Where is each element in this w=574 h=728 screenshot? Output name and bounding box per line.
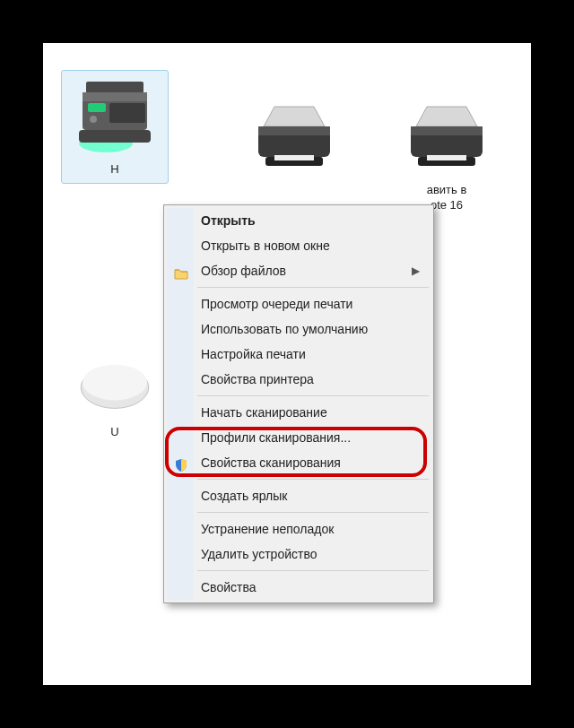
menu-scan-profiles[interactable]: Профили сканирования...: [167, 425, 430, 450]
mfp-printer-icon: [70, 76, 160, 157]
svg-point-19: [83, 365, 147, 401]
svg-marker-8: [264, 107, 325, 126]
menu-label: Открыть: [201, 213, 256, 228]
menu-label: Использовать по умолчанию: [201, 322, 368, 336]
svg-rect-7: [79, 130, 151, 143]
menu-print-settings[interactable]: Настройка печати: [167, 342, 430, 367]
menu-label: Профили сканирования...: [201, 430, 351, 445]
menu-separator: [197, 570, 429, 571]
device-printer-2[interactable]: [240, 97, 348, 183]
label-line: ote 16: [430, 198, 463, 212]
menu-browse-files[interactable]: Обзор файлов ▶: [167, 258, 430, 283]
menu-label: Свойства сканирования: [201, 455, 341, 470]
device-printer-3[interactable]: авить в ote 16: [393, 97, 500, 213]
printer-context-menu: Открыть Открыть в новом окне Обзор файло…: [163, 204, 434, 603]
svg-rect-12: [274, 155, 314, 160]
printer-icon: [249, 97, 339, 178]
svg-rect-4: [109, 103, 145, 123]
device-generic-4[interactable]: U: [61, 339, 169, 440]
menu-set-default[interactable]: Использовать по умолчанию: [167, 316, 430, 342]
menu-label: Свойства: [201, 580, 256, 594]
printer-icon: [402, 97, 491, 178]
menu-open[interactable]: Открыть: [167, 208, 430, 233]
menu-label: Создать ярлык: [201, 489, 287, 503]
menu-scan-properties[interactable]: Свойства сканирования: [167, 450, 430, 475]
menu-open-new-window[interactable]: Открыть в новом окне: [167, 233, 430, 258]
generic-device-icon: [70, 339, 160, 420]
svg-rect-2: [83, 92, 147, 101]
folder-icon: [174, 264, 188, 278]
device-label: U: [61, 425, 169, 440]
chevron-right-icon: ▶: [412, 258, 420, 283]
svg-rect-10: [258, 126, 330, 135]
menu-label: Просмотр очереди печати: [201, 297, 352, 311]
menu-start-scan[interactable]: Начать сканирование: [167, 400, 430, 425]
menu-properties[interactable]: Свойства: [167, 575, 430, 600]
menu-label: Обзор файлов: [201, 264, 286, 278]
label-line: авить в: [427, 183, 467, 196]
svg-rect-15: [411, 126, 483, 135]
device-label: H: [64, 162, 166, 178]
menu-printer-properties[interactable]: Свойства принтера: [167, 367, 430, 392]
menu-label: Удалить устройство: [201, 547, 317, 561]
menu-separator: [197, 287, 429, 288]
menu-label: Устранение неполадок: [201, 522, 334, 536]
menu-separator: [197, 479, 429, 480]
menu-create-shortcut[interactable]: Создать ярлык: [167, 483, 430, 508]
menu-label: Настройка печати: [201, 347, 306, 361]
shield-icon: [174, 455, 188, 470]
menu-troubleshoot[interactable]: Устранение неполадок: [167, 516, 430, 542]
menu-separator: [197, 512, 429, 513]
menu-label: Начать сканирование: [201, 405, 327, 420]
menu-label: Свойства принтера: [201, 372, 314, 386]
svg-rect-17: [427, 155, 466, 160]
menu-remove-device[interactable]: Удалить устройство: [167, 542, 430, 567]
svg-point-5: [90, 116, 97, 123]
device-mfp-selected[interactable]: H: [61, 70, 169, 184]
menu-label: Открыть в новом окне: [201, 238, 330, 253]
devices-window: H: [43, 43, 531, 685]
svg-rect-0: [86, 82, 144, 94]
svg-rect-3: [88, 103, 106, 112]
svg-marker-13: [416, 107, 477, 126]
menu-view-print-queue[interactable]: Просмотр очереди печати: [167, 291, 430, 316]
menu-separator: [197, 395, 429, 396]
